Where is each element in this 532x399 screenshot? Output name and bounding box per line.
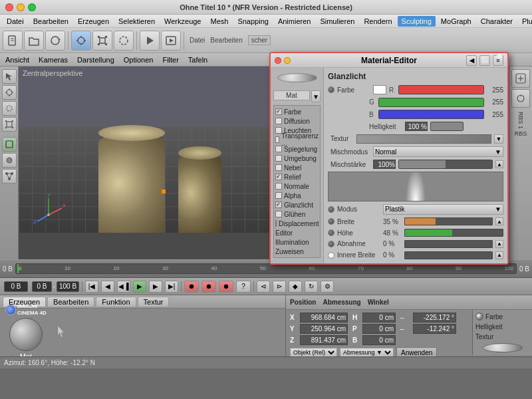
me-mat-menu[interactable]: ▼ xyxy=(311,90,321,102)
me-radio-abnahme[interactable] xyxy=(328,241,334,247)
me-ch-check-diffusion[interactable] xyxy=(275,118,282,124)
me-ch-check-normale[interactable] xyxy=(275,183,282,190)
me-abnahme-slider[interactable] xyxy=(404,240,493,248)
me-hohe-slider[interactable] xyxy=(404,229,503,237)
vm-darstellung[interactable]: Darstellung xyxy=(74,55,117,65)
pb-play[interactable]: ▶ xyxy=(133,281,146,293)
maximize-button[interactable] xyxy=(28,3,36,11)
menu-bearbeiten[interactable]: Bearbeiten xyxy=(29,16,72,27)
pb-loop[interactable]: ↻ xyxy=(305,281,318,293)
close-button[interactable] xyxy=(5,3,13,11)
me-slider-g[interactable] xyxy=(378,98,484,107)
minimize-button[interactable] xyxy=(17,3,25,11)
tab-bearbeiten[interactable]: Bearbeiten xyxy=(47,297,94,307)
toolbar-move[interactable] xyxy=(71,31,91,51)
coord-y-pos[interactable] xyxy=(300,324,348,334)
me-ch-check-nebel[interactable] xyxy=(275,164,282,171)
lt-scale[interactable] xyxy=(2,117,17,132)
coord-y-abm[interactable] xyxy=(362,324,396,334)
me-mischmodus-dropdown[interactable]: Normal ▼ xyxy=(373,146,503,157)
menu-mesh[interactable]: Mesh xyxy=(206,16,232,27)
coord-x-pos[interactable] xyxy=(300,313,348,323)
me-ch-check-relief[interactable] xyxy=(275,174,282,180)
me-innerbreite-slider[interactable] xyxy=(404,251,493,259)
toolbar-render[interactable] xyxy=(140,31,160,51)
me-ch-check-displacement[interactable] xyxy=(275,220,277,227)
rp-btn1[interactable] xyxy=(511,69,530,88)
rp-btn2[interactable] xyxy=(511,89,530,108)
menu-rendern[interactable]: Rendern xyxy=(360,16,396,27)
playback-start[interactable] xyxy=(32,281,52,292)
pb-record2[interactable]: ⏺ xyxy=(201,281,216,293)
me-mischstarke-up[interactable]: ▲ xyxy=(495,160,503,168)
menu-simulieren[interactable]: Simulieren xyxy=(316,16,358,27)
menu-selektieren[interactable]: Selektieren xyxy=(114,16,159,27)
menu-sculpting[interactable]: Sculpting xyxy=(398,16,436,27)
me-ch-check-spiegelung[interactable] xyxy=(275,146,282,152)
me-abnahme-arrow[interactable]: ▲ xyxy=(495,240,503,248)
tab-funktion[interactable]: Funktion xyxy=(96,297,136,307)
coord-y-winkel[interactable] xyxy=(413,324,456,334)
menu-werkzeuge[interactable]: Werkzeuge xyxy=(160,16,205,27)
me-ch-check-farbe[interactable] xyxy=(275,108,282,115)
coord-z-pos[interactable] xyxy=(300,335,348,345)
coord-z-abm[interactable] xyxy=(362,335,396,345)
toolbar-scale[interactable] xyxy=(92,31,112,51)
me-textur-bar[interactable] xyxy=(356,134,491,144)
pb-next-kf[interactable]: ⊳ xyxy=(273,281,286,293)
pb-add-kf[interactable]: ◆ xyxy=(289,281,302,293)
lt-model[interactable] xyxy=(2,137,17,152)
abmessung-dropdown[interactable]: Abmessung ▼ xyxy=(340,348,394,357)
vm-filter[interactable]: Filter xyxy=(160,55,181,65)
lt-vertex[interactable] xyxy=(2,169,17,184)
coord-x-abm[interactable] xyxy=(362,313,396,323)
me-brightness-slider[interactable] xyxy=(430,122,464,131)
me-ch-check-glanzlicht[interactable] xyxy=(275,201,282,208)
vm-optionen[interactable]: Optionen xyxy=(121,55,156,65)
me-color-swatch[interactable] xyxy=(373,85,386,94)
lt-move[interactable] xyxy=(2,85,17,100)
me-radio-breite[interactable] xyxy=(328,218,334,225)
me-slider-r[interactable] xyxy=(398,85,484,94)
menu-mograph[interactable]: MoGraph xyxy=(437,16,475,27)
playback-frame-input[interactable] xyxy=(4,281,28,292)
me-back-btn[interactable]: ◀ xyxy=(466,55,477,66)
lt-select[interactable] xyxy=(2,69,17,84)
me-ch-check-transparenz[interactable] xyxy=(275,136,279,143)
menu-datei[interactable]: Datei xyxy=(3,16,28,27)
pb-help[interactable]: ? xyxy=(236,281,251,293)
me-textur-btn[interactable]: ▼ xyxy=(494,134,503,144)
ref-dropdown[interactable]: Objekt (Rel) xyxy=(290,348,337,357)
me-mischstarke-input[interactable] xyxy=(373,160,396,169)
menu-animieren[interactable]: Animieren xyxy=(274,16,315,27)
me-slider-b[interactable] xyxy=(378,110,484,119)
pb-settings[interactable]: ⚙ xyxy=(321,281,334,293)
pb-record3[interactable]: ⏺ xyxy=(219,281,233,293)
pb-record1[interactable]: ⏺ xyxy=(184,281,199,293)
pb-prev-kf[interactable]: ⊲ xyxy=(257,281,270,293)
pb-next-frame[interactable]: ▶ xyxy=(149,281,162,293)
me-radio-farbe[interactable] xyxy=(328,86,334,93)
vm-kameras[interactable]: Kameras xyxy=(36,55,70,65)
pb-first-frame[interactable]: |◀ xyxy=(85,281,98,293)
me-radio-innerbreite[interactable] xyxy=(328,252,334,259)
toolbar-open[interactable] xyxy=(24,31,44,51)
pb-last-frame[interactable]: ▶| xyxy=(165,281,178,293)
pb-play-back[interactable]: ◀▐ xyxy=(117,281,130,293)
material-preview-sphere[interactable] xyxy=(9,318,43,351)
toolbar-new[interactable] xyxy=(3,31,23,51)
tab-textur[interactable]: Textur xyxy=(138,297,170,307)
menu-snapping[interactable]: Snapping xyxy=(233,16,273,27)
me-breite-arrow[interactable]: ▲ xyxy=(495,217,503,225)
me-innerbreite-arrow[interactable]: ▲ xyxy=(495,251,503,259)
vm-tafeln[interactable]: Tafeln xyxy=(186,55,210,65)
me-modus-dropdown[interactable]: Plastik ▼ xyxy=(383,204,503,215)
me-radio-modus[interactable] xyxy=(328,206,334,213)
timeline-track[interactable]: 0 10 20 30 40 50 60 70 80 90 100 xyxy=(15,263,517,274)
toolbar-render2[interactable] xyxy=(161,31,181,51)
me-ch-check-gluhen[interactable] xyxy=(275,211,282,217)
menu-erzeugen[interactable]: Erzeugen xyxy=(74,16,113,27)
toolbar-rotate[interactable] xyxy=(45,31,65,51)
me-mischstarke-slider[interactable] xyxy=(398,160,493,169)
menu-charakter[interactable]: Charakter xyxy=(477,16,517,27)
